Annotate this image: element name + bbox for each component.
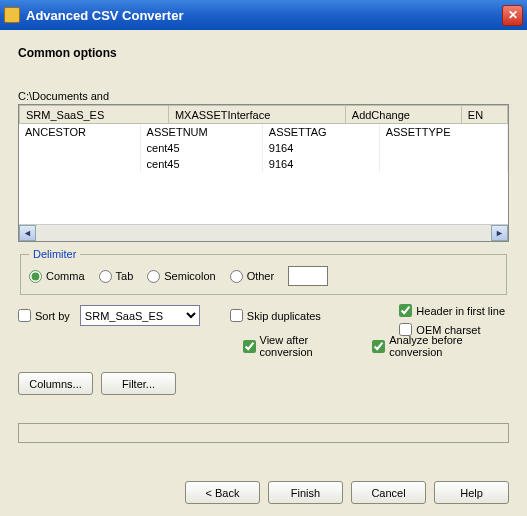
close-icon: ✕ <box>508 8 518 22</box>
scroll-right-icon[interactable]: ► <box>491 225 508 241</box>
client-area: Common options C:\Documents and SRM_SaaS… <box>0 30 527 516</box>
cell <box>379 156 507 172</box>
columns-button[interactable]: Columns... <box>18 372 93 395</box>
label: Semicolon <box>164 270 215 282</box>
cell: ANCESTOR <box>19 124 140 140</box>
check-sort-by[interactable]: Sort by <box>18 309 70 322</box>
checkbox-sortby[interactable] <box>18 309 31 322</box>
horizontal-scrollbar[interactable]: ◄ ► <box>19 224 508 241</box>
cell: 9164 <box>262 156 379 172</box>
table-row[interactable]: ANCESTOR ASSETNUM ASSETTAG ASSETTYPE <box>19 124 508 140</box>
label: Skip duplicates <box>247 310 321 322</box>
finish-button[interactable]: Finish <box>268 481 343 504</box>
grid-header[interactable]: SRM_SaaS_ES <box>20 106 169 124</box>
delimiter-semicolon[interactable]: Semicolon <box>147 270 215 283</box>
sort-by-select[interactable]: SRM_SaaS_ES <box>80 305 200 326</box>
cell: 9164 <box>262 140 379 156</box>
checkbox-analyze[interactable] <box>372 340 385 353</box>
label: Sort by <box>35 310 70 322</box>
delimiter-tab[interactable]: Tab <box>99 270 134 283</box>
radio-semicolon[interactable] <box>147 270 160 283</box>
titlebar: Advanced CSV Converter ✕ <box>0 0 527 30</box>
check-analyze-before[interactable]: Analyze before conversion <box>372 334 509 358</box>
cell: ASSETNUM <box>140 124 262 140</box>
grid-header[interactable]: MXASSETInterface <box>168 106 345 124</box>
cancel-button[interactable]: Cancel <box>351 481 426 504</box>
checkbox-viewafter[interactable] <box>243 340 256 353</box>
path-label: C:\Documents and <box>18 90 509 102</box>
label: Tab <box>116 270 134 282</box>
check-oem-charset[interactable]: OEM charset <box>399 323 505 336</box>
check-skip-duplicates[interactable]: Skip duplicates <box>230 309 321 322</box>
scroll-track[interactable] <box>36 225 491 241</box>
table-row[interactable]: cent45 9164 <box>19 156 508 172</box>
cell: ASSETTYPE <box>379 124 507 140</box>
label: Comma <box>46 270 85 282</box>
delimiter-group: Delimiter Comma Tab Semicolon Other <box>20 248 507 295</box>
label: View after conversion <box>260 334 357 358</box>
delimiter-comma[interactable]: Comma <box>29 270 85 283</box>
radio-comma[interactable] <box>29 270 42 283</box>
label: Analyze before conversion <box>389 334 509 358</box>
grid-header[interactable]: AddChange <box>345 106 461 124</box>
data-grid[interactable]: SRM_SaaS_ES MXASSETInterface AddChange E… <box>18 104 509 242</box>
back-button[interactable]: < Back <box>185 481 260 504</box>
delimiter-other[interactable]: Other <box>230 270 275 283</box>
label: Other <box>247 270 275 282</box>
delimiter-legend: Delimiter <box>29 248 80 260</box>
checkbox-oem[interactable] <box>399 323 412 336</box>
radio-tab[interactable] <box>99 270 112 283</box>
check-view-after[interactable]: View after conversion <box>243 334 357 358</box>
grid-header[interactable]: EN <box>461 106 507 124</box>
delimiter-other-input[interactable] <box>288 266 328 286</box>
label: OEM charset <box>416 324 480 336</box>
app-icon <box>4 7 20 23</box>
cell: cent45 <box>140 156 262 172</box>
checkbox-header[interactable] <box>399 304 412 317</box>
window-title: Advanced CSV Converter <box>26 8 502 23</box>
check-header-first-line[interactable]: Header in first line <box>399 304 505 317</box>
cell: ASSETTAG <box>262 124 379 140</box>
section-title: Common options <box>18 46 509 60</box>
table-row[interactable]: cent45 9164 <box>19 140 508 156</box>
progress-bar <box>18 423 509 443</box>
radio-other[interactable] <box>230 270 243 283</box>
grid-header-row: SRM_SaaS_ES MXASSETInterface AddChange E… <box>20 106 508 124</box>
checkbox-skipdup[interactable] <box>230 309 243 322</box>
help-button[interactable]: Help <box>434 481 509 504</box>
cell: cent45 <box>140 140 262 156</box>
scroll-left-icon[interactable]: ◄ <box>19 225 36 241</box>
cell <box>19 156 140 172</box>
cell <box>379 140 507 156</box>
close-button[interactable]: ✕ <box>502 5 523 26</box>
label: Header in first line <box>416 305 505 317</box>
cell <box>19 140 140 156</box>
filter-button[interactable]: Filter... <box>101 372 176 395</box>
